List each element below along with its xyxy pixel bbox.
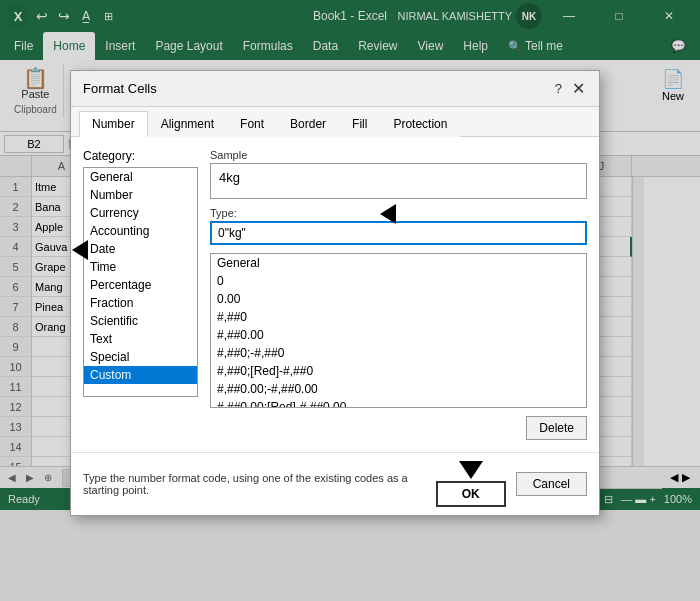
list-item[interactable]: #,##0;[Red]-#,##0	[211, 362, 586, 380]
category-percentage[interactable]: Percentage	[84, 276, 197, 294]
category-general[interactable]: General	[84, 168, 197, 186]
cancel-button[interactable]: Cancel	[516, 472, 587, 496]
custom-arrow-annotation	[72, 240, 88, 260]
type-section: Type:	[210, 207, 587, 245]
dialog-footer: Type the number format code, using one o…	[71, 452, 599, 515]
dialog-tab-font[interactable]: Font	[227, 111, 277, 137]
list-item[interactable]: General	[211, 254, 586, 272]
dialog-title-bar: Format Cells ? ✕	[71, 71, 599, 107]
category-list: General Number Currency Accounting Date …	[83, 167, 198, 397]
sample-section: Sample 4kg	[210, 149, 587, 199]
dialog-overlay: Format Cells ? ✕ Number Alignment Font B…	[0, 0, 700, 601]
category-date[interactable]: Date	[84, 240, 197, 258]
list-item[interactable]: #,##0.00;[Red]-#,##0.00	[211, 398, 586, 408]
dialog-tab-number[interactable]: Number	[79, 111, 148, 137]
dialog-title: Format Cells	[83, 81, 157, 96]
delete-button[interactable]: Delete	[526, 416, 587, 440]
dialog-tabs: Number Alignment Font Border Fill Protec…	[71, 107, 599, 137]
dialog-body: Category: General Number Currency Accoun…	[71, 137, 599, 452]
category-scientific[interactable]: Scientific	[84, 312, 197, 330]
sample-label: Sample	[210, 149, 587, 161]
format-list[interactable]: General 0 0.00 #,##0 #,##0.00 #,##0;-#,#…	[210, 253, 587, 408]
type-label: Type:	[210, 207, 587, 219]
category-accounting[interactable]: Accounting	[84, 222, 197, 240]
dialog-close-button[interactable]: ✕	[570, 79, 587, 98]
dialog-tab-fill[interactable]: Fill	[339, 111, 380, 137]
type-input[interactable]	[210, 221, 587, 245]
footer-text: Type the number format code, using one o…	[83, 472, 430, 496]
delete-section: Delete	[210, 416, 587, 440]
dialog-content: Category: General Number Currency Accoun…	[83, 149, 587, 440]
list-item[interactable]: #,##0.00	[211, 326, 586, 344]
category-time[interactable]: Time	[84, 258, 197, 276]
custom-arrow-icon	[72, 240, 88, 260]
category-section: Category: General Number Currency Accoun…	[83, 149, 198, 440]
type-arrow-icon	[380, 204, 396, 224]
dialog-help-button[interactable]: ?	[555, 81, 562, 96]
list-item[interactable]: #,##0;-#,##0	[211, 344, 586, 362]
list-item[interactable]: 0	[211, 272, 586, 290]
format-cells-dialog: Format Cells ? ✕ Number Alignment Font B…	[70, 70, 600, 516]
category-number[interactable]: Number	[84, 186, 197, 204]
dialog-tab-border[interactable]: Border	[277, 111, 339, 137]
ok-arrow-icon	[459, 461, 483, 479]
category-special[interactable]: Special	[84, 348, 197, 366]
category-text[interactable]: Text	[84, 330, 197, 348]
category-currency[interactable]: Currency	[84, 204, 197, 222]
list-item[interactable]: 0.00	[211, 290, 586, 308]
dialog-tab-protection[interactable]: Protection	[380, 111, 460, 137]
type-arrow-annotation	[380, 204, 396, 224]
dialog-title-actions: ? ✕	[555, 79, 587, 98]
category-label: Category:	[83, 149, 198, 163]
ok-arrow-section: OK	[436, 461, 506, 507]
list-item[interactable]: #,##0.00;-#,##0.00	[211, 380, 586, 398]
category-fraction[interactable]: Fraction	[84, 294, 197, 312]
sample-value: 4kg	[219, 170, 240, 185]
list-item[interactable]: #,##0	[211, 308, 586, 326]
sample-box: 4kg	[210, 163, 587, 199]
category-custom[interactable]: Custom	[84, 366, 197, 384]
dialog-tab-alignment[interactable]: Alignment	[148, 111, 227, 137]
format-right: Sample 4kg Type: General 0 0.00	[210, 149, 587, 440]
ok-button[interactable]: OK	[436, 481, 506, 507]
